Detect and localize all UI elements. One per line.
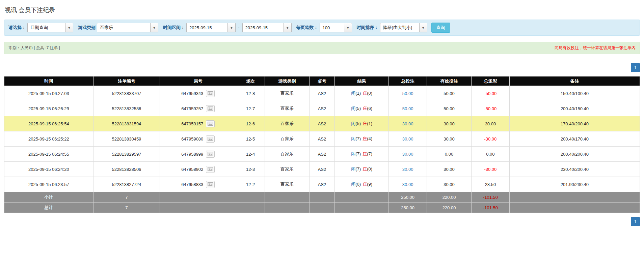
cell-result: 闲(5)庄(1) (335, 116, 389, 131)
cell-game-type: 百家乐 (265, 147, 310, 162)
table-row: 2025-09-15 06:27:03 522813833707 6479593… (4, 86, 640, 101)
valid-bet-notice-text: 同局有效投注，统一计算在该局第一张注单内 (555, 45, 636, 51)
chevron-down-icon[interactable]: ▼ (344, 23, 352, 32)
result-banker-count: (0) (367, 91, 372, 96)
result-player-count: (7) (355, 151, 361, 156)
cell-total-bet[interactable]: 30.00 (389, 162, 427, 177)
page-button[interactable]: 1 (631, 63, 640, 72)
query-type-combobox: ▼ (27, 23, 73, 32)
cell-game-type: 百家乐 (265, 101, 310, 116)
header-game-type: 游戏类别 (265, 76, 310, 86)
cell-round-id: 647958999 (160, 147, 236, 162)
game-type-combobox: ▼ (97, 23, 158, 32)
cell-payout: 0.00 (471, 147, 509, 162)
round-number: 647958999 (181, 152, 203, 157)
cell-table-no: AS2 (309, 101, 334, 116)
table-row: 2025-09-15 06:25:22 522813830459 6479590… (4, 131, 640, 147)
header-valid-bet: 有效投注 (427, 76, 472, 86)
date-range-tilde: ~ (238, 25, 240, 30)
cell-note: 230.40/200.40 (509, 162, 640, 177)
table-row: 2025-09-15 06:24:20 522813828506 6479589… (4, 162, 640, 177)
cell-payout: 30.00 (471, 116, 509, 131)
cell-session: 12-3 (236, 162, 265, 177)
page-size-input[interactable] (320, 23, 344, 32)
cell-result: 闲(7)庄(0) (335, 162, 389, 177)
date-to-input[interactable] (242, 23, 284, 32)
date-range-label: 时间区间： (163, 25, 185, 31)
pagination-bottom: 1 (4, 217, 640, 226)
cell-time: 2025-09-15 06:24:20 (4, 162, 93, 177)
header-total-bet: 总投注 (389, 76, 427, 86)
header-time: 时间 (4, 76, 93, 86)
cell-valid-bet: 30.00 (427, 162, 472, 177)
cell-total-bet[interactable]: 50.00 (389, 101, 427, 116)
date-to-picker: ▼ (242, 23, 292, 32)
chevron-down-icon[interactable]: ▼ (150, 23, 158, 32)
cell-bet-id: 522813832586 (93, 101, 160, 116)
cell-note: 200.40/200.40 (509, 147, 640, 162)
game-type-label: 游戏类别 (78, 25, 96, 31)
page-button[interactable]: 1 (631, 217, 640, 226)
cell-total-bet[interactable]: 30.00 (389, 177, 427, 192)
cell-valid-bet: 30.00 (427, 177, 472, 192)
cell-time: 2025-09-15 06:25:22 (4, 131, 93, 147)
result-player-label: 闲 (351, 182, 355, 187)
pagination-top: 1 (4, 63, 640, 72)
time-sort-input[interactable] (380, 23, 419, 32)
query-type-input[interactable] (27, 23, 65, 32)
grand-total-valid-bet: 220.00 (427, 203, 472, 213)
cell-time: 2025-09-15 06:27:03 (4, 86, 93, 101)
cell-valid-bet: 30.00 (427, 131, 472, 147)
round-number: 647959157 (181, 121, 203, 126)
game-result-image-icon[interactable] (206, 120, 215, 127)
result-player-label: 闲 (351, 106, 355, 111)
cell-total-bet[interactable]: 30.00 (389, 116, 427, 131)
grand-total-payout: -101.50 (471, 203, 509, 213)
grand-total-label: 总计 (4, 203, 93, 213)
cell-bet-id: 522813829597 (93, 147, 160, 162)
cell-bet-id: 522813828506 (93, 162, 160, 177)
header-bet-id: 注单编号 (93, 76, 160, 86)
header-session: 场次 (236, 76, 265, 86)
result-banker-count: (0) (367, 166, 372, 172)
cell-total-bet[interactable]: 30.00 (389, 147, 427, 162)
cell-valid-bet: 50.00 (427, 101, 472, 116)
game-result-image-icon[interactable] (206, 105, 215, 112)
subtotal-payout: -101.50 (471, 192, 509, 203)
cell-time: 2025-09-15 06:26:29 (4, 101, 93, 116)
round-number: 647959257 (181, 106, 203, 111)
cell-session: 12-8 (236, 86, 265, 101)
cell-bet-id: 522813830459 (93, 131, 160, 147)
time-sort-combobox: ▼ (380, 23, 427, 32)
chevron-down-icon[interactable]: ▼ (227, 23, 236, 32)
date-from-input[interactable] (186, 23, 227, 32)
table-row: 2025-09-15 06:24:55 522813829597 6479589… (4, 147, 640, 162)
game-result-image-icon[interactable] (206, 181, 215, 188)
search-button[interactable]: 查询 (431, 23, 450, 33)
chevron-down-icon[interactable]: ▼ (284, 23, 292, 32)
cell-table-no: AS2 (309, 147, 334, 162)
cell-total-bet[interactable]: 30.00 (389, 131, 427, 147)
cell-game-type: 百家乐 (265, 162, 310, 177)
game-result-image-icon[interactable] (206, 135, 215, 143)
chevron-down-icon[interactable]: ▼ (419, 23, 427, 32)
cell-table-no: AS2 (309, 116, 334, 131)
result-player-label: 闲 (351, 136, 355, 141)
game-result-image-icon[interactable] (206, 166, 215, 173)
header-note: 备注 (509, 76, 640, 86)
game-result-image-icon[interactable] (206, 90, 215, 97)
game-type-input[interactable] (97, 23, 150, 32)
game-result-image-icon[interactable] (206, 151, 215, 158)
table-row: 2025-09-15 06:25:54 522813831594 6479591… (4, 116, 640, 131)
header-result: 结果 (335, 76, 389, 86)
cell-time: 2025-09-15 06:23:57 (4, 177, 93, 192)
round-number: 647959343 (181, 91, 203, 96)
cell-valid-bet: 0.00 (427, 147, 472, 162)
cell-time: 2025-09-15 06:24:55 (4, 147, 93, 162)
cell-note: 201.90/230.40 (509, 177, 640, 192)
filter-bar: 请选择： ▼ 游戏类别 ▼ 时间区间： ▼ ~ ▼ 每页笔数： ▼ 时间排序： … (4, 20, 640, 36)
cell-session: 12-5 (236, 131, 265, 147)
cell-total-bet[interactable]: 50.00 (389, 86, 427, 101)
chevron-down-icon[interactable]: ▼ (65, 23, 73, 32)
result-player-count: (5) (355, 106, 361, 111)
